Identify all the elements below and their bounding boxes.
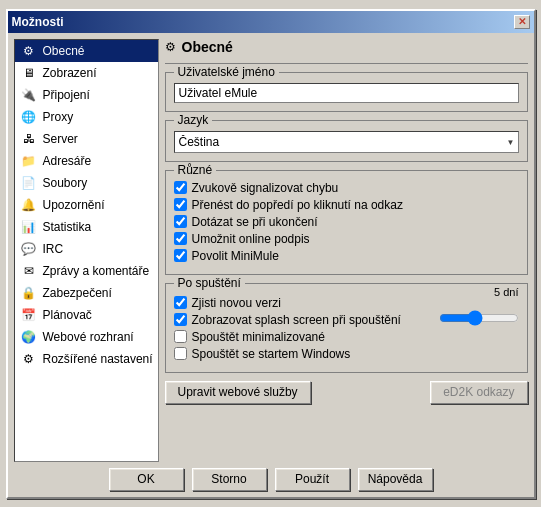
service-buttons: Upravit webové služby eD2K odkazy (165, 381, 528, 404)
ruzne-checkboxes: Zvukově signalizovat chybuPřenést do pop… (174, 181, 519, 263)
pouzit-button[interactable]: Použít (275, 468, 350, 491)
close-button[interactable]: ✕ (514, 15, 530, 29)
sidebar-item-rozsirene[interactable]: ⚙Rozšířené nastavení (15, 348, 158, 370)
irc-icon: 💬 (21, 241, 37, 257)
content-header: ⚙ Obecné (165, 39, 528, 55)
startup-row-starter: Spouštět se startem Windows (174, 347, 431, 361)
checkbox-preneseni[interactable] (174, 198, 187, 211)
webove-icon: 🌍 (21, 329, 37, 345)
language-group: Jazyk ČeštinaEnglishDeutschFrançaisEspañ… (165, 120, 528, 162)
sidebar-item-irc[interactable]: 💬IRC (15, 238, 158, 260)
sidebar-item-soubory[interactable]: 📄Soubory (15, 172, 158, 194)
sidebar-item-statistika[interactable]: 📊Statistika (15, 216, 158, 238)
sidebar-label-adresare: Adresáře (43, 154, 92, 168)
sidebar-label-irc: IRC (43, 242, 64, 256)
checkbox-row-zvuk: Zvukově signalizovat chybu (174, 181, 519, 195)
sidebar-item-zpravy[interactable]: ✉Zprávy a komentáře (15, 260, 158, 282)
sidebar-item-upozorneni[interactable]: 🔔Upozornění (15, 194, 158, 216)
sidebar-label-pripojeni: Připojení (43, 88, 90, 102)
startup-label-verze: Zjisti novou verzi (192, 296, 281, 310)
checkbox-label-preneseni: Přenést do popředí po kliknutí na odkaz (192, 198, 403, 212)
adresare-icon: 📁 (21, 153, 37, 169)
language-section: Jazyk ČeštinaEnglishDeutschFrançaisEspañ… (165, 120, 528, 162)
sidebar-label-rozsirene: Rozšířené nastavení (43, 352, 153, 366)
soubory-icon: 📄 (21, 175, 37, 191)
checkbox-row-preneseni: Přenést do popředí po kliknutí na odkaz (174, 198, 519, 212)
startup-checkboxes: Zjisti novou verziZobrazovat splash scre… (174, 296, 431, 364)
window-title: Možnosti (12, 15, 64, 29)
startup-row-splash: Zobrazovat splash screen při spouštění (174, 313, 431, 327)
sidebar-label-statistika: Statistika (43, 220, 92, 234)
rozsirene-icon: ⚙ (21, 351, 37, 367)
startup-checkbox-starter[interactable] (174, 347, 187, 360)
sidebar-label-soubory: Soubory (43, 176, 88, 190)
sidebar-item-zabezpeceni[interactable]: 🔒Zabezpečení (15, 282, 158, 304)
username-section: Uživatelské jméno (165, 72, 528, 112)
checkbox-row-dotaz: Dotázat se při ukončení (174, 215, 519, 229)
checkbox-minimule[interactable] (174, 249, 187, 262)
sidebar-label-planovac: Plánovač (43, 308, 92, 322)
sidebar-item-obecne[interactable]: ⚙Obecné (15, 40, 158, 62)
sidebar-label-proxy: Proxy (43, 110, 74, 124)
zabezpeceni-icon: 🔒 (21, 285, 37, 301)
ruzne-section: Různé Zvukově signalizovat chybuPřenést … (165, 170, 528, 275)
upozorneni-icon: 🔔 (21, 197, 37, 213)
startup-label-splash: Zobrazovat splash screen při spouštění (192, 313, 401, 327)
storno-button[interactable]: Storno (192, 468, 267, 491)
startup-section: Po spuštění 5 dní Zjisti novou verziZobr… (165, 283, 528, 373)
sidebar-label-zpravy: Zprávy a komentáře (43, 264, 150, 278)
content-title-text: Obecné (182, 39, 233, 55)
startup-checkbox-minimalizovane[interactable] (174, 330, 187, 343)
sidebar-label-obecne: Obecné (43, 44, 85, 58)
language-label: Jazyk (174, 113, 213, 127)
ruzne-group: Různé Zvukově signalizovat chybuPřenést … (165, 170, 528, 275)
startup-label-minimalizovane: Spouštět minimalizované (192, 330, 325, 344)
startup-checkbox-splash[interactable] (174, 313, 187, 326)
checkbox-zvuk[interactable] (174, 181, 187, 194)
sidebar-label-zabezpeceni: Zabezpečení (43, 286, 112, 300)
sidebar-item-server[interactable]: 🖧Server (15, 128, 158, 150)
startup-label: Po spuštění (174, 276, 245, 290)
ok-button[interactable]: OK (109, 468, 184, 491)
sidebar-item-webove[interactable]: 🌍Webové rozhraní (15, 326, 158, 348)
startup-checkbox-verze[interactable] (174, 296, 187, 309)
sidebar-label-zobrazeni: Zobrazení (43, 66, 97, 80)
sidebar-item-adresare[interactable]: 📁Adresáře (15, 150, 158, 172)
sidebar: ⚙Obecné🖥Zobrazení🔌Připojení🌐Proxy🖧Server… (14, 39, 159, 462)
sidebar-label-upozorneni: Upozornění (43, 198, 105, 212)
content-panel: ⚙ Obecné Uživatelské jméno Jazyk (165, 39, 528, 462)
statistika-icon: 📊 (21, 219, 37, 235)
pripojeni-icon: 🔌 (21, 87, 37, 103)
options-window: Možnosti ✕ ⚙Obecné🖥Zobrazení🔌Připojení🌐P… (6, 9, 536, 499)
username-label: Uživatelské jméno (174, 65, 279, 79)
sidebar-item-zobrazeni[interactable]: 🖥Zobrazení (15, 62, 158, 84)
checkbox-row-online: Umožnit online podpis (174, 232, 519, 246)
sidebar-label-server: Server (43, 132, 78, 146)
sidebar-item-proxy[interactable]: 🌐Proxy (15, 106, 158, 128)
zobrazeni-icon: 🖥 (21, 65, 37, 81)
checkbox-row-minimule: Povolit MiniMule (174, 249, 519, 263)
checkbox-label-zvuk: Zvukově signalizovat chybu (192, 181, 339, 195)
language-select[interactable]: ČeštinaEnglishDeutschFrançaisEspañol (174, 131, 519, 153)
ed2k-button[interactable]: eD2K odkazy (430, 381, 527, 404)
zpravy-icon: ✉ (21, 263, 37, 279)
username-group: Uživatelské jméno (165, 72, 528, 112)
title-bar: Možnosti ✕ (8, 11, 534, 33)
startup-group: Po spuštění 5 dní Zjisti novou verziZobr… (165, 283, 528, 373)
days-slider[interactable] (439, 310, 519, 326)
startup-row-verze: Zjisti novou verzi (174, 296, 431, 310)
footer-buttons: OK Storno Použít Nápověda (14, 462, 528, 491)
ruzne-label: Různé (174, 163, 217, 177)
sidebar-item-planovac[interactable]: 📅Plánovač (15, 304, 158, 326)
webove-sluzby-button[interactable]: Upravit webové služby (165, 381, 311, 404)
checkbox-label-minimule: Povolit MiniMule (192, 249, 279, 263)
napoveda-button[interactable]: Nápověda (358, 468, 433, 491)
checkbox-dotaz[interactable] (174, 215, 187, 228)
checkbox-online[interactable] (174, 232, 187, 245)
sidebar-item-pripojeni[interactable]: 🔌Připojení (15, 84, 158, 106)
username-input[interactable] (174, 83, 519, 103)
obecne-icon: ⚙ (21, 43, 37, 59)
planovac-icon: 📅 (21, 307, 37, 323)
days-badge: 5 dní (494, 286, 518, 298)
startup-row-minimalizovane: Spouštět minimalizované (174, 330, 431, 344)
